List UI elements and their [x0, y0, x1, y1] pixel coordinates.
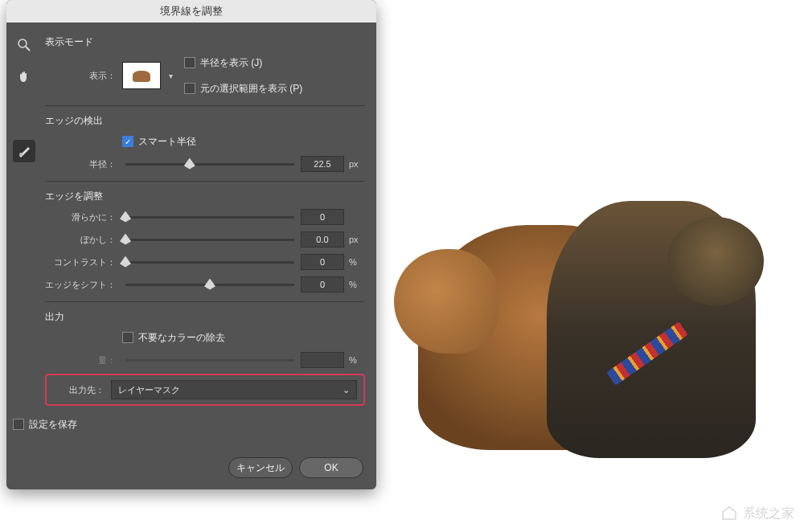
preview-image	[386, 96, 788, 482]
remember-checkbox[interactable]	[13, 419, 24, 430]
show-original-checkbox[interactable]	[184, 83, 195, 94]
show-original-label: 元の選択範囲を表示 (P)	[200, 82, 302, 96]
output-to-value: レイヤーマスク	[118, 384, 180, 396]
dialog-title[interactable]: 境界線を調整	[6, 0, 376, 23]
contrast-label: コントラスト：	[45, 256, 122, 268]
feather-label: ぼかし：	[45, 234, 122, 246]
show-radius-label: 半径を表示 (J)	[200, 56, 262, 70]
refine-brush-tool-icon[interactable]	[13, 140, 35, 162]
radius-label: 半径：	[45, 158, 122, 170]
smart-radius-label: スマート半径	[138, 135, 196, 149]
feather-input[interactable]: 0.0	[301, 231, 344, 248]
feather-unit: px	[344, 235, 365, 244]
output-to-select[interactable]: レイヤーマスク ⌄	[111, 380, 357, 399]
show-radius-checkbox[interactable]	[184, 57, 195, 68]
shift-slider[interactable]	[125, 284, 294, 286]
radius-unit: px	[344, 159, 365, 169]
left-toolbar	[6, 23, 42, 449]
contrast-input[interactable]: 0	[301, 254, 344, 270]
svg-point-0	[18, 39, 27, 47]
remember-label: 設定を保存	[29, 418, 77, 432]
chevron-down-icon[interactable]: ▾	[169, 72, 173, 80]
shift-input[interactable]: 0	[301, 276, 344, 293]
cancel-button[interactable]: キャンセル	[228, 457, 293, 478]
feather-slider[interactable]	[125, 239, 294, 241]
zoom-tool-icon[interactable]	[13, 34, 35, 56]
output-to-label: 出力先：	[53, 384, 111, 396]
view-mode-title: 表示モード	[45, 35, 365, 49]
refine-edge-dialog: 境界線を調整 表示モード 表示： ▾	[6, 0, 376, 489]
output-highlight: 出力先： レイヤーマスク ⌄	[45, 374, 365, 406]
smart-radius-checkbox[interactable]: ✓	[122, 136, 133, 147]
view-thumbnail[interactable]	[122, 62, 161, 89]
ok-button[interactable]: OK	[299, 457, 363, 478]
radius-input[interactable]: 22.5	[301, 156, 344, 172]
edge-adjust-title: エッジを調整	[45, 190, 365, 203]
amount-label: 量：	[45, 354, 122, 366]
show-label: 表示：	[45, 70, 122, 82]
contrast-unit: %	[344, 257, 365, 267]
chevron-down-icon: ⌄	[343, 385, 350, 395]
shift-unit: %	[344, 280, 365, 289]
smooth-label: 滑らかに：	[45, 211, 122, 223]
decontaminate-label: 不要なカラーの除去	[138, 331, 225, 345]
amount-unit: %	[344, 355, 365, 365]
watermark: 系统之家	[720, 505, 794, 522]
svg-line-1	[26, 47, 30, 51]
smooth-slider[interactable]	[125, 216, 294, 219]
output-title: 出力	[45, 310, 365, 324]
contrast-slider[interactable]	[125, 261, 294, 264]
decontaminate-checkbox[interactable]	[122, 332, 133, 343]
edge-detect-title: エッジの検出	[45, 114, 365, 128]
radius-slider[interactable]	[125, 163, 294, 166]
amount-input	[301, 352, 344, 368]
smooth-input[interactable]: 0	[301, 209, 344, 225]
svg-point-2	[19, 153, 23, 156]
amount-slider	[125, 359, 294, 362]
shift-label: エッジをシフト：	[45, 279, 122, 291]
hand-tool-icon[interactable]	[13, 66, 35, 88]
